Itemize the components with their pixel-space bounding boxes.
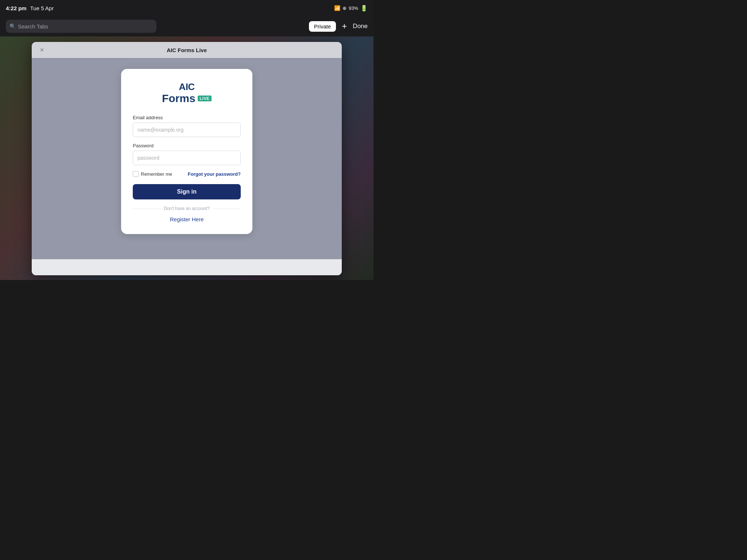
private-button[interactable]: Private — [309, 21, 336, 32]
battery-percentage: 93% — [349, 5, 358, 11]
password-input[interactable] — [133, 151, 241, 165]
forgot-password-link[interactable]: Forgot your password? — [188, 171, 241, 177]
toolbar: 🔍 Search Tabs Private + Done — [0, 16, 374, 36]
remember-me-checkbox[interactable] — [133, 171, 139, 177]
done-button[interactable]: Done — [353, 23, 368, 30]
status-bar: 4:22 pm Tue 5 Apr 📶 ⊕ 93% 🔋 — [0, 0, 374, 16]
search-placeholder: Search Tabs — [18, 23, 48, 30]
new-tab-button[interactable]: + — [342, 22, 347, 31]
remember-me-label: Remember me — [141, 171, 172, 177]
logo-live-badge: LIVE — [198, 96, 212, 101]
options-row: Remember me Forgot your password? — [133, 171, 241, 177]
status-date: Tue 5 Apr — [30, 5, 54, 11]
login-card: AIC Forms LIVE Email address Password — [121, 69, 252, 234]
logo-forms-text: Forms — [162, 92, 196, 105]
location-icon: ⊕ — [342, 5, 347, 11]
divider-right — [213, 209, 241, 209]
status-icons: 📶 ⊕ 93% 🔋 — [334, 5, 368, 12]
main-content: × AIC Forms Live AIC Forms LIVE Email ad… — [0, 36, 374, 280]
search-icon: 🔍 — [9, 23, 16, 29]
register-link[interactable]: Register Here — [133, 216, 241, 222]
wifi-icon: 📶 — [334, 5, 340, 11]
email-label: Email address — [133, 115, 241, 120]
logo-aic: AIC — [133, 82, 241, 92]
tab-content: AIC Forms LIVE Email address Password — [32, 58, 342, 275]
logo-area: AIC Forms LIVE — [133, 82, 241, 105]
sign-in-button[interactable]: Sign in — [133, 184, 241, 199]
tab-card: × AIC Forms Live AIC Forms LIVE Email ad… — [32, 42, 342, 275]
status-time: 4:22 pm — [6, 5, 27, 11]
tab-bottom-bar — [32, 259, 342, 275]
divider-left — [133, 209, 160, 209]
no-account-text: Don't have an account? — [164, 206, 210, 211]
password-label: Password — [133, 143, 241, 148]
email-input[interactable] — [133, 122, 241, 137]
tab-close-button[interactable]: × — [37, 45, 47, 55]
battery-icon: 🔋 — [360, 5, 368, 12]
tab-card-header: × AIC Forms Live — [32, 42, 342, 58]
email-group: Email address — [133, 115, 241, 137]
remember-me-group: Remember me — [133, 171, 172, 177]
search-bar[interactable]: 🔍 Search Tabs — [6, 20, 156, 33]
tab-title: AIC Forms Live — [167, 47, 207, 53]
password-group: Password — [133, 143, 241, 165]
divider-row: Don't have an account? — [133, 206, 241, 211]
logo-forms-row: Forms LIVE — [133, 92, 241, 105]
toolbar-right: Private + Done — [309, 21, 368, 32]
